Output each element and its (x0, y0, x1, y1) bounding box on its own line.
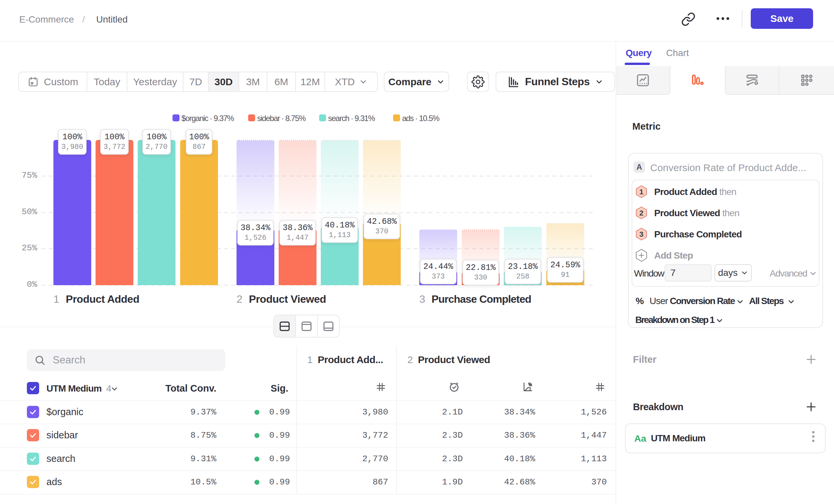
svg-text:2: 2 (639, 209, 643, 217)
svg-text:3: 3 (639, 230, 643, 238)
svg-text:1: 1 (639, 188, 643, 196)
